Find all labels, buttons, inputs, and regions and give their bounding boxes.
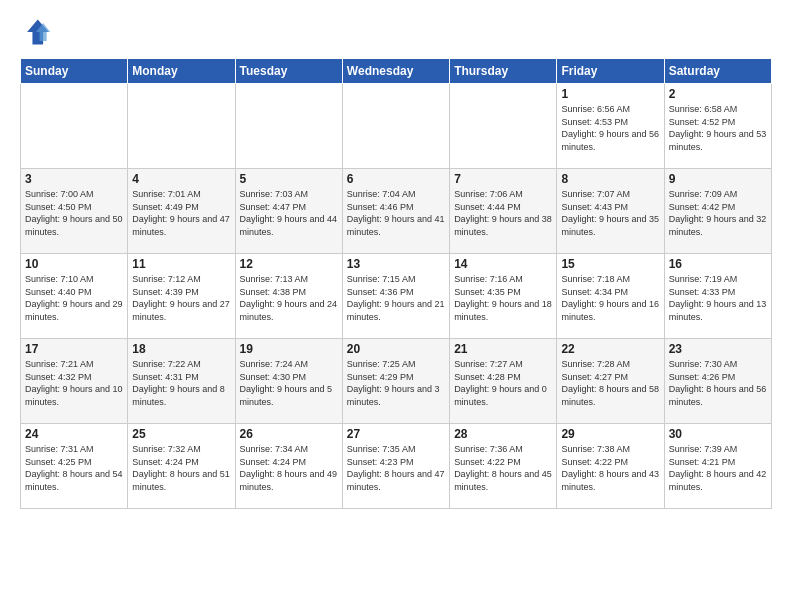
day-info: Sunrise: 7:04 AM Sunset: 4:46 PM Dayligh…: [347, 188, 445, 238]
calendar-cell: 20Sunrise: 7:25 AM Sunset: 4:29 PM Dayli…: [342, 339, 449, 424]
day-info: Sunrise: 7:31 AM Sunset: 4:25 PM Dayligh…: [25, 443, 123, 493]
day-number: 8: [561, 172, 659, 186]
weekday-header: Friday: [557, 59, 664, 84]
calendar-cell: 3Sunrise: 7:00 AM Sunset: 4:50 PM Daylig…: [21, 169, 128, 254]
calendar-cell: [128, 84, 235, 169]
calendar-cell: 14Sunrise: 7:16 AM Sunset: 4:35 PM Dayli…: [450, 254, 557, 339]
day-number: 23: [669, 342, 767, 356]
calendar-cell: 30Sunrise: 7:39 AM Sunset: 4:21 PM Dayli…: [664, 424, 771, 509]
calendar-cell: 16Sunrise: 7:19 AM Sunset: 4:33 PM Dayli…: [664, 254, 771, 339]
day-info: Sunrise: 7:13 AM Sunset: 4:38 PM Dayligh…: [240, 273, 338, 323]
day-info: Sunrise: 6:58 AM Sunset: 4:52 PM Dayligh…: [669, 103, 767, 153]
day-info: Sunrise: 7:03 AM Sunset: 4:47 PM Dayligh…: [240, 188, 338, 238]
calendar-cell: 12Sunrise: 7:13 AM Sunset: 4:38 PM Dayli…: [235, 254, 342, 339]
day-number: 17: [25, 342, 123, 356]
calendar-cell: 23Sunrise: 7:30 AM Sunset: 4:26 PM Dayli…: [664, 339, 771, 424]
day-info: Sunrise: 7:39 AM Sunset: 4:21 PM Dayligh…: [669, 443, 767, 493]
day-number: 4: [132, 172, 230, 186]
weekday-header: Wednesday: [342, 59, 449, 84]
day-info: Sunrise: 7:30 AM Sunset: 4:26 PM Dayligh…: [669, 358, 767, 408]
calendar-cell: 7Sunrise: 7:06 AM Sunset: 4:44 PM Daylig…: [450, 169, 557, 254]
weekday-header: Saturday: [664, 59, 771, 84]
day-number: 22: [561, 342, 659, 356]
day-number: 13: [347, 257, 445, 271]
day-info: Sunrise: 7:10 AM Sunset: 4:40 PM Dayligh…: [25, 273, 123, 323]
calendar-cell: 26Sunrise: 7:34 AM Sunset: 4:24 PM Dayli…: [235, 424, 342, 509]
day-number: 18: [132, 342, 230, 356]
day-info: Sunrise: 7:22 AM Sunset: 4:31 PM Dayligh…: [132, 358, 230, 408]
calendar-cell: 18Sunrise: 7:22 AM Sunset: 4:31 PM Dayli…: [128, 339, 235, 424]
day-number: 20: [347, 342, 445, 356]
day-number: 5: [240, 172, 338, 186]
day-info: Sunrise: 7:09 AM Sunset: 4:42 PM Dayligh…: [669, 188, 767, 238]
calendar-cell: [21, 84, 128, 169]
day-number: 19: [240, 342, 338, 356]
day-info: Sunrise: 7:15 AM Sunset: 4:36 PM Dayligh…: [347, 273, 445, 323]
day-number: 6: [347, 172, 445, 186]
calendar-cell: [342, 84, 449, 169]
day-info: Sunrise: 7:38 AM Sunset: 4:22 PM Dayligh…: [561, 443, 659, 493]
calendar-cell: 6Sunrise: 7:04 AM Sunset: 4:46 PM Daylig…: [342, 169, 449, 254]
calendar-cell: [235, 84, 342, 169]
page: SundayMondayTuesdayWednesdayThursdayFrid…: [0, 0, 792, 519]
day-number: 15: [561, 257, 659, 271]
day-number: 28: [454, 427, 552, 441]
logo-icon: [20, 16, 52, 48]
calendar-cell: 21Sunrise: 7:27 AM Sunset: 4:28 PM Dayli…: [450, 339, 557, 424]
day-info: Sunrise: 6:56 AM Sunset: 4:53 PM Dayligh…: [561, 103, 659, 153]
calendar-cell: 1Sunrise: 6:56 AM Sunset: 4:53 PM Daylig…: [557, 84, 664, 169]
calendar-cell: 19Sunrise: 7:24 AM Sunset: 4:30 PM Dayli…: [235, 339, 342, 424]
calendar-cell: 8Sunrise: 7:07 AM Sunset: 4:43 PM Daylig…: [557, 169, 664, 254]
day-info: Sunrise: 7:35 AM Sunset: 4:23 PM Dayligh…: [347, 443, 445, 493]
weekday-header: Sunday: [21, 59, 128, 84]
day-number: 26: [240, 427, 338, 441]
weekday-header: Monday: [128, 59, 235, 84]
calendar-cell: [450, 84, 557, 169]
day-info: Sunrise: 7:00 AM Sunset: 4:50 PM Dayligh…: [25, 188, 123, 238]
day-number: 14: [454, 257, 552, 271]
day-info: Sunrise: 7:21 AM Sunset: 4:32 PM Dayligh…: [25, 358, 123, 408]
day-info: Sunrise: 7:01 AM Sunset: 4:49 PM Dayligh…: [132, 188, 230, 238]
day-number: 30: [669, 427, 767, 441]
day-info: Sunrise: 7:34 AM Sunset: 4:24 PM Dayligh…: [240, 443, 338, 493]
day-info: Sunrise: 7:36 AM Sunset: 4:22 PM Dayligh…: [454, 443, 552, 493]
calendar-cell: 15Sunrise: 7:18 AM Sunset: 4:34 PM Dayli…: [557, 254, 664, 339]
day-info: Sunrise: 7:24 AM Sunset: 4:30 PM Dayligh…: [240, 358, 338, 408]
day-info: Sunrise: 7:25 AM Sunset: 4:29 PM Dayligh…: [347, 358, 445, 408]
header: [20, 16, 772, 48]
calendar-cell: 17Sunrise: 7:21 AM Sunset: 4:32 PM Dayli…: [21, 339, 128, 424]
calendar-cell: 25Sunrise: 7:32 AM Sunset: 4:24 PM Dayli…: [128, 424, 235, 509]
day-info: Sunrise: 7:12 AM Sunset: 4:39 PM Dayligh…: [132, 273, 230, 323]
day-info: Sunrise: 7:07 AM Sunset: 4:43 PM Dayligh…: [561, 188, 659, 238]
calendar-cell: 5Sunrise: 7:03 AM Sunset: 4:47 PM Daylig…: [235, 169, 342, 254]
day-number: 12: [240, 257, 338, 271]
calendar-cell: 22Sunrise: 7:28 AM Sunset: 4:27 PM Dayli…: [557, 339, 664, 424]
calendar-cell: 2Sunrise: 6:58 AM Sunset: 4:52 PM Daylig…: [664, 84, 771, 169]
day-number: 1: [561, 87, 659, 101]
day-number: 10: [25, 257, 123, 271]
day-number: 25: [132, 427, 230, 441]
day-number: 7: [454, 172, 552, 186]
day-number: 2: [669, 87, 767, 101]
weekday-header: Tuesday: [235, 59, 342, 84]
weekday-header: Thursday: [450, 59, 557, 84]
calendar-cell: 13Sunrise: 7:15 AM Sunset: 4:36 PM Dayli…: [342, 254, 449, 339]
day-number: 9: [669, 172, 767, 186]
calendar-cell: 24Sunrise: 7:31 AM Sunset: 4:25 PM Dayli…: [21, 424, 128, 509]
day-info: Sunrise: 7:06 AM Sunset: 4:44 PM Dayligh…: [454, 188, 552, 238]
day-info: Sunrise: 7:19 AM Sunset: 4:33 PM Dayligh…: [669, 273, 767, 323]
day-number: 3: [25, 172, 123, 186]
day-info: Sunrise: 7:28 AM Sunset: 4:27 PM Dayligh…: [561, 358, 659, 408]
day-number: 29: [561, 427, 659, 441]
day-number: 24: [25, 427, 123, 441]
day-info: Sunrise: 7:27 AM Sunset: 4:28 PM Dayligh…: [454, 358, 552, 408]
calendar: SundayMondayTuesdayWednesdayThursdayFrid…: [20, 58, 772, 509]
day-info: Sunrise: 7:32 AM Sunset: 4:24 PM Dayligh…: [132, 443, 230, 493]
day-info: Sunrise: 7:18 AM Sunset: 4:34 PM Dayligh…: [561, 273, 659, 323]
day-number: 21: [454, 342, 552, 356]
calendar-cell: 28Sunrise: 7:36 AM Sunset: 4:22 PM Dayli…: [450, 424, 557, 509]
day-number: 27: [347, 427, 445, 441]
calendar-cell: 27Sunrise: 7:35 AM Sunset: 4:23 PM Dayli…: [342, 424, 449, 509]
logo: [20, 16, 56, 48]
calendar-cell: 9Sunrise: 7:09 AM Sunset: 4:42 PM Daylig…: [664, 169, 771, 254]
